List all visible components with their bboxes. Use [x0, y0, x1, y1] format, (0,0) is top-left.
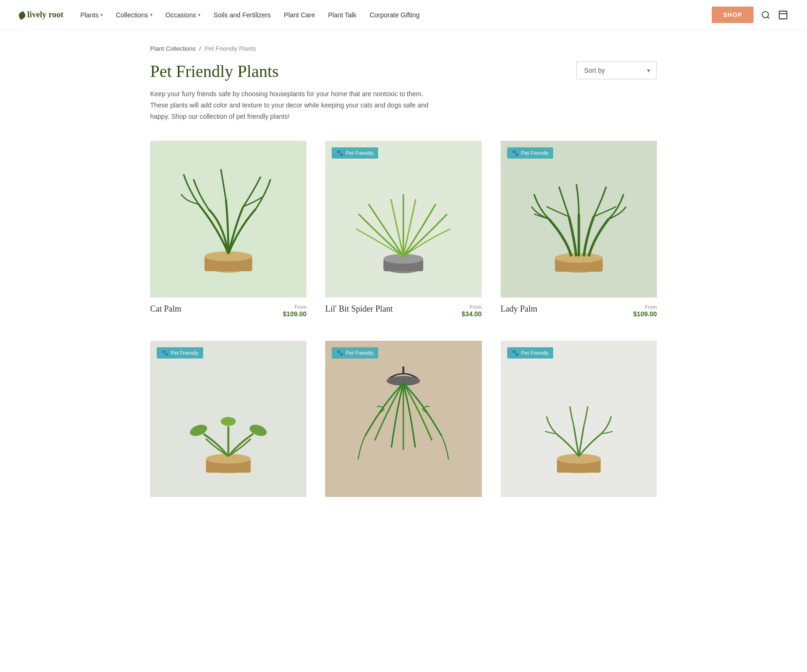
chevron-down-icon: ▾ [100, 12, 103, 17]
page-header: Pet Friendly Plants Keep your furry frie… [150, 61, 657, 122]
product-image [150, 341, 306, 497]
svg-point-0 [762, 11, 769, 17]
product-grid: Cat PalmFrom$109.00🐾Pet Friendly Lil' Bi… [150, 141, 657, 504]
product-image-wrapper: 🐾Pet Friendly [501, 141, 657, 297]
product-image [501, 341, 657, 497]
product-image-wrapper: 🐾Pet Friendly [325, 141, 481, 297]
page-header-left: Pet Friendly Plants Keep your furry frie… [150, 61, 432, 122]
product-info: Cat PalmFrom$109.00 [150, 304, 306, 318]
price-amount: $109.00 [283, 310, 307, 318]
breadcrumb-current: Pet Friendly Plants [205, 45, 256, 52]
cart-button[interactable] [778, 10, 788, 20]
svg-rect-2 [779, 11, 787, 19]
price-amount: $34.00 [462, 310, 482, 318]
logo[interactable]: lively root [19, 10, 63, 20]
pet-friendly-badge: 🐾Pet Friendly [507, 347, 554, 359]
chevron-down-icon: ▾ [150, 12, 152, 17]
product-price-wrapper: From$34.00 [462, 304, 482, 318]
product-card[interactable]: 🐾Pet Friendly [501, 341, 657, 504]
price-from-label: From [633, 304, 657, 310]
pet-friendly-badge: 🐾Pet Friendly [332, 347, 378, 359]
page-title: Pet Friendly Plants [150, 61, 432, 81]
breadcrumb-parent[interactable]: Plant Collections [150, 45, 196, 52]
product-image-wrapper: 🐾Pet Friendly [325, 341, 481, 497]
paw-icon: 🐾 [512, 350, 519, 356]
product-price-wrapper: From$109.00 [283, 304, 307, 318]
main-nav: lively root Plants▾Collections▾Occasions… [0, 0, 807, 30]
product-image [150, 141, 306, 297]
price-amount: $109.00 [633, 310, 657, 318]
nav-links: Plants▾Collections▾Occasions▾Soils and F… [80, 11, 712, 19]
price-from-label: From [462, 304, 482, 310]
product-name: Lil' Bit Spider Plant [325, 304, 393, 314]
nav-link-corporate-gifting[interactable]: Corporate Gifting [370, 11, 420, 19]
product-image-wrapper: 🐾Pet Friendly [501, 341, 657, 497]
product-info: Lady PalmFrom$109.00 [501, 304, 657, 318]
sort-select[interactable]: Sort byPrice: Low to HighPrice: High to … [576, 61, 657, 79]
sort-wrapper: Sort byPrice: Low to HighPrice: High to … [576, 61, 657, 79]
nav-link-occasions[interactable]: Occasions▾ [166, 11, 200, 19]
page-description: Keep your furry friends safe by choosing… [150, 89, 432, 122]
product-image-wrapper [150, 141, 306, 297]
breadcrumb-separator: / [199, 45, 201, 52]
pet-friendly-badge: 🐾Pet Friendly [157, 347, 203, 359]
paw-icon: 🐾 [161, 350, 168, 356]
breadcrumb: Plant Collections / Pet Friendly Plants [150, 45, 657, 52]
nav-link-collections[interactable]: Collections▾ [116, 11, 152, 19]
paw-icon: 🐾 [512, 150, 519, 156]
nav-link-soils-and-fertilizers[interactable]: Soils and Fertilizers [213, 11, 271, 19]
search-icon [761, 10, 770, 20]
paw-icon: 🐾 [336, 150, 343, 156]
logo-leaf-icon [17, 11, 26, 20]
product-card[interactable]: 🐾Pet Friendly Lady PalmFrom$109.00 [501, 141, 657, 318]
paw-icon: 🐾 [336, 350, 343, 356]
product-image-wrapper: 🐾Pet Friendly [150, 341, 306, 497]
pet-friendly-badge: 🐾Pet Friendly [332, 147, 378, 159]
nav-link-plants[interactable]: Plants▾ [80, 11, 103, 19]
nav-actions: SHOP [712, 7, 788, 23]
product-image [325, 141, 481, 297]
nav-link-plant-care[interactable]: Plant Care [284, 11, 315, 19]
main-content: Plant Collections / Pet Friendly Plants … [131, 30, 676, 519]
product-image [501, 141, 657, 297]
product-price-wrapper: From$109.00 [633, 304, 657, 318]
product-name: Cat Palm [150, 304, 182, 314]
product-card[interactable]: 🐾Pet Friendly [325, 341, 481, 504]
product-image [325, 341, 481, 497]
svg-point-16 [221, 417, 236, 426]
product-card[interactable]: Cat PalmFrom$109.00 [150, 141, 306, 318]
nav-link-plant-talk[interactable]: Plant Talk [328, 11, 356, 19]
product-name: Lady Palm [501, 304, 538, 314]
svg-line-1 [768, 16, 769, 18]
shop-button[interactable]: SHOP [712, 7, 754, 23]
price-from-label: From [283, 304, 307, 310]
chevron-down-icon: ▾ [198, 12, 200, 17]
cart-icon [778, 10, 788, 20]
search-button[interactable] [761, 10, 770, 20]
product-card[interactable]: 🐾Pet Friendly Lil' Bit Spider PlantFrom$… [325, 141, 481, 318]
product-card[interactable]: 🐾Pet Friendly [150, 341, 306, 504]
pet-friendly-badge: 🐾Pet Friendly [507, 147, 554, 159]
product-info: Lil' Bit Spider PlantFrom$34.00 [325, 304, 481, 318]
